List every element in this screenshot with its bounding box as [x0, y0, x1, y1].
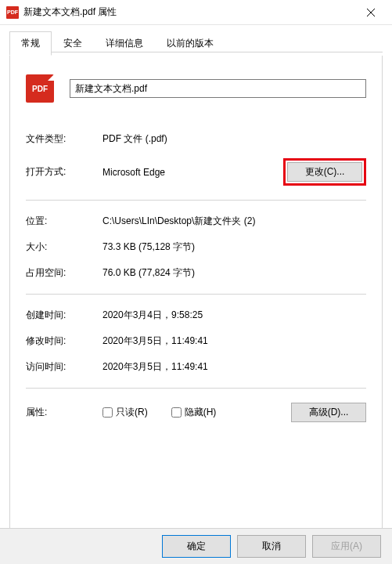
close-icon	[367, 9, 375, 16]
hidden-checkbox-wrap[interactable]: 隐藏(H)	[171, 406, 217, 419]
row-modified: 修改时间: 2020年3月5日，11:49:41	[26, 328, 366, 354]
ok-button[interactable]: 确定	[162, 535, 231, 558]
value-openwith: Microsoft Edge	[102, 167, 283, 178]
label-attributes: 属性:	[26, 406, 102, 419]
row-size-on-disk: 占用空间: 76.0 KB (77,824 字节)	[26, 260, 366, 286]
value-size: 73.3 KB (75,128 字节)	[102, 240, 366, 254]
advanced-button[interactable]: 高级(D)...	[291, 403, 366, 422]
value-accessed: 2020年3月5日，11:49:41	[102, 360, 366, 374]
apply-button[interactable]: 应用(A)	[312, 535, 381, 558]
label-size-on-disk: 占用空间:	[26, 266, 102, 280]
window-title: 新建文本文档.pdf 属性	[23, 5, 353, 19]
value-filetype: PDF 文件 (.pdf)	[102, 132, 366, 146]
label-created: 创建时间:	[26, 309, 102, 322]
label-accessed: 访问时间:	[26, 360, 102, 374]
value-created: 2020年3月4日，9:58:25	[102, 309, 366, 322]
readonly-checkbox-wrap[interactable]: 只读(R)	[102, 406, 148, 419]
row-created: 创建时间: 2020年3月4日，9:58:25	[26, 302, 366, 328]
readonly-checkbox[interactable]	[102, 407, 113, 418]
row-size: 大小: 73.3 KB (75,128 字节)	[26, 234, 366, 260]
label-openwith: 打开方式:	[26, 165, 102, 179]
general-panel: PDF 文件类型: PDF 文件 (.pdf) 打开方式: Microsoft …	[9, 56, 383, 530]
row-attributes: 属性: 只读(R) 隐藏(H) 高级(D)...	[26, 396, 366, 428]
label-filetype: 文件类型:	[26, 132, 102, 146]
file-header-row: PDF	[26, 74, 366, 103]
hidden-checkbox[interactable]	[171, 407, 182, 418]
pdf-file-icon: PDF	[26, 74, 54, 103]
hidden-label: 隐藏(H)	[185, 406, 217, 419]
tab-general[interactable]: 常规	[9, 31, 52, 56]
row-openwith: 打开方式: Microsoft Edge 更改(C)...	[26, 152, 366, 192]
titlebar: PDF 新建文本文档.pdf 属性	[0, 0, 392, 25]
close-button[interactable]	[353, 0, 389, 25]
value-location: C:\Users\LIn\Desktop\新建文件夹 (2)	[102, 215, 366, 228]
divider	[26, 200, 366, 201]
readonly-label: 只读(R)	[116, 406, 148, 419]
divider	[26, 388, 366, 389]
tab-divider	[9, 52, 383, 52]
value-size-on-disk: 76.0 KB (77,824 字节)	[102, 266, 366, 280]
row-location: 位置: C:\Users\LIn\Desktop\新建文件夹 (2)	[26, 208, 366, 234]
app-icon: PDF	[6, 6, 19, 19]
value-modified: 2020年3月5日，11:49:41	[102, 334, 366, 348]
label-location: 位置:	[26, 215, 102, 228]
label-modified: 修改时间:	[26, 334, 102, 348]
change-button-highlight: 更改(C)...	[283, 158, 366, 186]
row-filetype: 文件类型: PDF 文件 (.pdf)	[26, 126, 366, 152]
divider	[26, 294, 366, 295]
change-button[interactable]: 更改(C)...	[287, 162, 362, 182]
cancel-button[interactable]: 取消	[237, 535, 306, 558]
row-accessed: 访问时间: 2020年3月5日，11:49:41	[26, 354, 366, 380]
label-size: 大小:	[26, 240, 102, 254]
filename-input[interactable]	[70, 79, 366, 98]
dialog-footer: 确定 取消 应用(A)	[0, 528, 392, 564]
